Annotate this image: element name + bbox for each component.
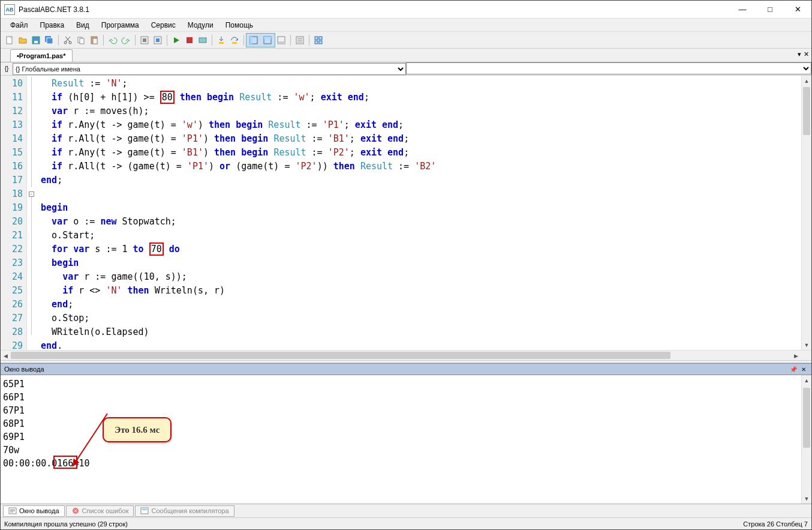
svg-rect-16 [219, 42, 224, 44]
tab-dropdown-icon[interactable]: ▾ [798, 50, 801, 58]
copy-icon[interactable] [75, 34, 87, 46]
output-tab-icon [8, 507, 17, 515]
output-scroll-thumb[interactable] [803, 388, 810, 448]
close-button[interactable]: ✕ [784, 1, 811, 18]
svg-rect-32 [142, 509, 147, 510]
fold-column: − [27, 76, 35, 350]
svg-rect-8 [80, 38, 84, 44]
output-text[interactable]: 65P1 66P1 67P1 68P1 69P1 70w 00:00:00.01… [1, 375, 801, 504]
step-over-icon[interactable] [228, 34, 240, 46]
highlight-70: 70 [149, 242, 164, 256]
maximize-button[interactable]: □ [756, 1, 784, 18]
run-icon[interactable] [170, 34, 182, 46]
output-pin-icon[interactable]: 📌 [789, 365, 798, 373]
file-tab-label: •Program1.pas* [17, 52, 66, 59]
scroll-thumb[interactable] [803, 87, 810, 135]
output-scroll-up-icon[interactable]: ▲ [802, 375, 811, 385]
bottom-tab-errors[interactable]: Список ошибок [66, 505, 134, 517]
output-scroll-down-icon[interactable]: ▼ [802, 493, 811, 504]
panel2-icon[interactable] [261, 34, 273, 46]
window-title: PascalABC.NET 3.8.1 [19, 5, 729, 14]
new-file-icon[interactable] [4, 34, 16, 46]
highlight-80: 80 [160, 91, 175, 104]
callout: Это 16.6 мс [103, 391, 172, 482]
editor-vscrollbar[interactable]: ▲ ▼ [801, 76, 811, 350]
step-into-icon[interactable] [215, 34, 227, 46]
panel3-icon[interactable] [275, 34, 287, 46]
bottom-tab-output[interactable]: Окно вывода [3, 505, 65, 517]
editor-hscrollbar[interactable]: ◀ ▶ [1, 350, 811, 360]
svg-rect-25 [315, 37, 318, 40]
debug-icon[interactable] [197, 34, 209, 46]
scroll-up-icon[interactable]: ▲ [802, 76, 811, 86]
tab-bar: •Program1.pas* ▾ ✕ [1, 49, 811, 62]
menu-file[interactable]: Файл [4, 20, 34, 31]
panel1-icon[interactable] [248, 34, 260, 46]
undo-icon[interactable] [107, 34, 119, 46]
namespace-right-select[interactable] [406, 62, 811, 74]
svg-rect-10 [93, 38, 97, 44]
save-icon[interactable] [30, 34, 42, 46]
paste-icon[interactable] [88, 34, 100, 46]
save-all-icon[interactable] [43, 34, 55, 46]
bottom-tab-errors-label: Список ошибок [82, 507, 129, 514]
svg-rect-13 [156, 38, 160, 42]
options-icon[interactable] [312, 34, 324, 46]
status-right: Строка 26 Столбец 7 [743, 520, 808, 528]
output-panel-title: Окно вывода [4, 366, 44, 373]
open-file-icon[interactable] [17, 34, 29, 46]
errors-tab-icon [71, 507, 80, 515]
cut-icon[interactable] [62, 34, 74, 46]
minimize-button[interactable]: ― [729, 1, 756, 18]
svg-rect-15 [199, 38, 206, 43]
properties-icon[interactable] [294, 34, 306, 46]
menu-view[interactable]: Вид [70, 20, 95, 31]
menu-help[interactable]: Помощь [219, 20, 259, 31]
svg-rect-31 [141, 508, 148, 514]
ns-icon: {} [1, 64, 12, 74]
gutter: 1011121314151617181920212223242526272829 [1, 76, 27, 350]
svg-rect-4 [47, 38, 53, 44]
output-vscrollbar[interactable]: ▲ ▼ [801, 375, 811, 504]
svg-rect-19 [250, 37, 252, 44]
file-tab[interactable]: •Program1.pas* [10, 49, 73, 62]
bottom-tab-compiler[interactable]: Сообщения компилятора [135, 505, 234, 517]
code-editor[interactable]: 1011121314151617181920212223242526272829… [1, 76, 811, 350]
status-left: Компиляция прошла успешно (29 строк) [4, 520, 128, 528]
scroll-right-icon[interactable]: ▶ [791, 351, 801, 361]
svg-rect-14 [187, 37, 193, 43]
svg-rect-27 [315, 41, 318, 44]
hscroll-thumb[interactable] [11, 352, 670, 359]
svg-point-5 [64, 41, 67, 44]
build-icon[interactable] [152, 34, 164, 46]
menu-edit[interactable]: Правка [34, 20, 71, 31]
app-icon: AB [4, 4, 15, 15]
svg-rect-28 [319, 41, 322, 44]
code-area[interactable]: Result := 'N'; if (h[0] + h[1]) >= 80 th… [35, 76, 801, 350]
bottom-tab-output-label: Окно вывода [19, 507, 59, 514]
redo-icon[interactable] [120, 34, 132, 46]
fold-toggle-icon[interactable]: − [29, 191, 34, 197]
stop-icon[interactable] [184, 34, 196, 46]
menu-bar: Файл Правка Вид Программа Сервис Модули … [1, 19, 811, 32]
svg-point-6 [69, 41, 71, 44]
svg-rect-2 [34, 41, 38, 43]
compile-icon[interactable] [139, 34, 151, 46]
tab-close-icon[interactable]: ✕ [804, 50, 809, 58]
compiler-tab-icon [140, 507, 149, 515]
scroll-left-icon[interactable]: ◀ [1, 351, 11, 361]
svg-rect-26 [319, 37, 322, 40]
menu-modules[interactable]: Модули [182, 20, 219, 31]
menu-service[interactable]: Сервис [145, 20, 182, 31]
svg-rect-17 [232, 42, 237, 44]
namespace-left-select[interactable]: {} Глобальные имена [13, 63, 406, 75]
scroll-down-icon[interactable]: ▼ [802, 340, 811, 350]
toolbar [1, 32, 811, 49]
bottom-tab-compiler-label: Сообщения компилятора [151, 507, 228, 514]
output-close-icon[interactable]: ✕ [799, 365, 808, 373]
svg-rect-23 [278, 41, 285, 44]
menu-program[interactable]: Программа [95, 20, 145, 31]
svg-rect-21 [264, 37, 271, 39]
